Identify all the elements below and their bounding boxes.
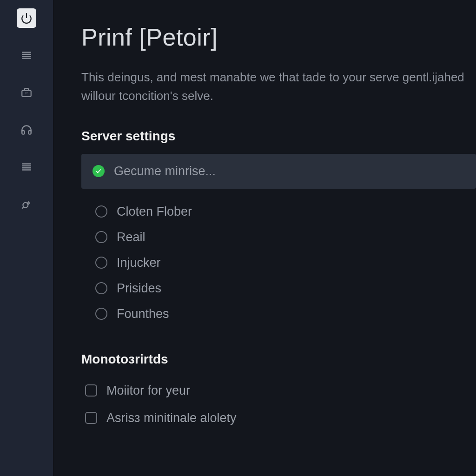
radio-indicator xyxy=(95,282,107,294)
radio-indicator xyxy=(95,308,107,320)
radio-option-2[interactable]: Reail xyxy=(81,225,476,250)
power-icon xyxy=(20,12,33,24)
radio-label: Injucker xyxy=(117,256,161,270)
radio-option-4[interactable]: Prisides xyxy=(81,276,476,301)
menu-icon xyxy=(20,49,33,61)
page-title: Prinf [Petoir] xyxy=(81,23,476,51)
checkbox-box xyxy=(85,384,97,397)
sidebar-item-briefcase[interactable]: P xyxy=(17,83,36,102)
svg-text:P: P xyxy=(25,91,27,95)
sidebar-item-plug[interactable] xyxy=(17,194,36,214)
radio-indicator xyxy=(95,231,107,243)
sidebar-item-list[interactable] xyxy=(17,157,36,177)
check-icon xyxy=(95,168,102,174)
main-content: Prinf [Petoir] This deingus, and mest ma… xyxy=(53,0,476,476)
list-icon xyxy=(20,161,33,173)
radio-indicator xyxy=(95,205,107,218)
headphones-icon xyxy=(20,124,33,136)
sidebar: P xyxy=(0,0,53,476)
briefcase-icon: P xyxy=(20,86,33,99)
radio-label: Cloten Flober xyxy=(117,205,192,219)
radio-label: Reail xyxy=(117,230,145,245)
radio-option-5[interactable]: Founthes xyxy=(81,301,476,327)
server-settings-radio-group: Gecume minrise... Cloten Flober Reail In… xyxy=(81,154,476,327)
radio-indicator xyxy=(95,257,107,269)
section-heading-monitors: Monotoзrirtds xyxy=(81,352,476,367)
radio-label: Founthes xyxy=(117,307,169,321)
radio-option-0[interactable]: Gecume minrise... xyxy=(81,154,476,189)
checkbox-option-1[interactable]: Asrisз minitinale alolety xyxy=(81,404,476,432)
radio-indicator xyxy=(93,165,105,177)
section-heading-server-settings: Server settings xyxy=(81,129,476,144)
plug-icon xyxy=(20,198,33,210)
checkbox-label: Moiitor for yeur xyxy=(106,383,190,398)
checkbox-box xyxy=(85,412,97,424)
page-description: This deingus, and mest manabte we that t… xyxy=(81,68,476,106)
sidebar-item-power[interactable] xyxy=(17,8,36,28)
checkbox-label: Asrisз minitinale alolety xyxy=(106,411,236,425)
radio-label: Gecume minrise... xyxy=(114,164,216,178)
checkbox-option-0[interactable]: Moiitor for yeur xyxy=(81,377,476,404)
radio-option-1[interactable]: Cloten Flober xyxy=(81,199,476,225)
sidebar-item-headphones[interactable] xyxy=(17,120,36,139)
sidebar-item-menu[interactable] xyxy=(17,46,36,65)
radio-option-3[interactable]: Injucker xyxy=(81,250,476,276)
radio-label: Prisides xyxy=(117,281,161,296)
